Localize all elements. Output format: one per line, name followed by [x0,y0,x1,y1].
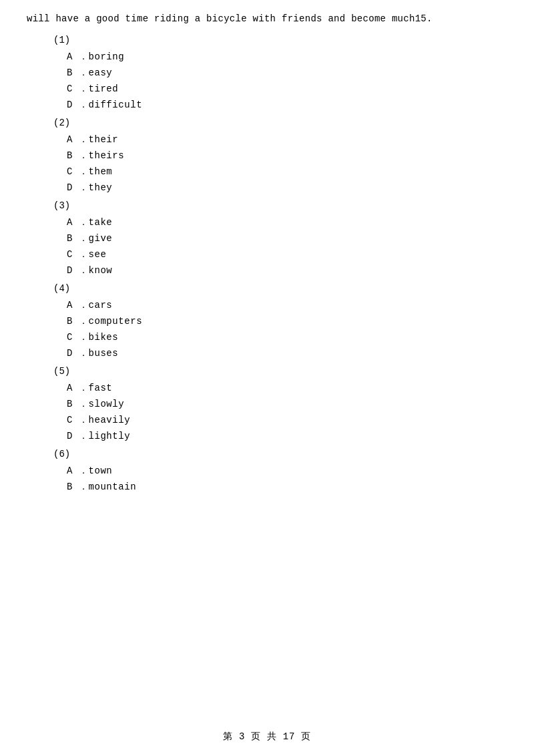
option-3-A: A ．take [67,216,507,228]
option-6-A: A ．town [67,465,507,477]
option-6-B: B ．mountain [67,481,507,493]
option-4-D: D ．buses [67,347,507,359]
question-group-3: (3)A ．takeB ．giveC ．seeD ．know [27,200,507,276]
option-1-C: C ．tired [67,83,507,95]
question-group-2: (2)A ．theirB ．theirsC ．themD ．they [27,118,507,194]
question-number-3: (3) [53,200,507,211]
question-number-1: (1) [53,35,507,45]
option-2-C: C ．them [67,166,507,178]
question-number-4: (4) [53,283,507,294]
question-number-5: (5) [53,366,507,377]
option-2-D: D ．they [67,182,507,194]
question-group-4: (4)A ．carsB ．computersC ．bikesD ．buses [27,283,507,359]
page-footer: 第 3 页 共 17 页 [0,731,534,743]
question-number-2: (2) [53,118,507,128]
option-4-A: A ．cars [67,299,507,311]
question-group-5: (5)A ．fastB ．slowlyC ．heavilyD ．lightly [27,366,507,442]
option-5-B: B ．slowly [67,398,507,410]
option-3-C: C ．see [67,248,507,260]
question-number-6: (6) [53,449,507,459]
option-1-A: A ．boring [67,51,507,63]
option-1-D: D ．difficult [67,99,507,111]
option-5-D: D ．lightly [67,430,507,442]
option-5-C: C ．heavily [67,414,507,426]
option-2-A: A ．their [67,134,507,146]
option-4-B: B ．computers [67,315,507,327]
questions-container: (1)A ．boringB ．easyC ．tiredD ．difficult(… [27,35,507,493]
option-4-C: C ．bikes [67,331,507,343]
option-5-A: A ．fast [67,382,507,394]
question-group-6: (6)A ．townB ．mountain [27,449,507,493]
option-3-D: D ．know [67,264,507,276]
option-2-B: B ．theirs [67,150,507,162]
option-1-B: B ．easy [67,67,507,79]
intro-line: will have a good time riding a bicycle w… [27,13,507,24]
option-3-B: B ．give [67,232,507,244]
question-group-1: (1)A ．boringB ．easyC ．tiredD ．difficult [27,35,507,111]
